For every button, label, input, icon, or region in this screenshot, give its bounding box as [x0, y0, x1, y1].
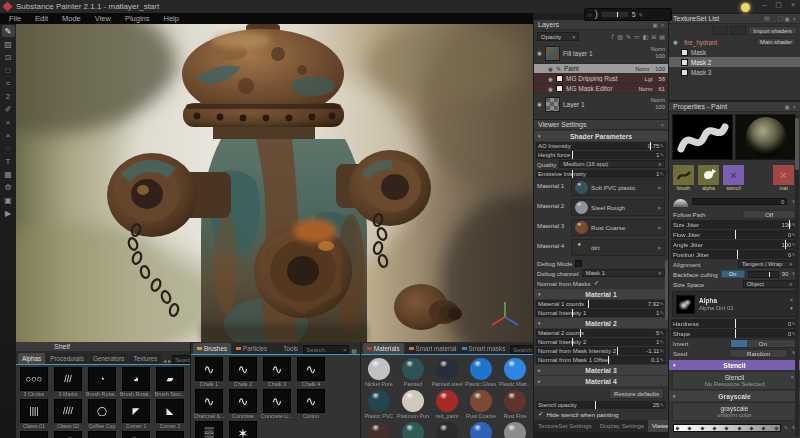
shelf-tab[interactable]: Generators [89, 353, 129, 364]
menu-item[interactable]: Edit [28, 14, 55, 23]
brush-resource-item[interactable]: ∿ Chalk 3 [261, 357, 293, 388]
material-slot[interactable]: Soft PVC plastic × [571, 179, 665, 196]
backface-angle-slider[interactable] [748, 271, 779, 278]
layer-thumbnail[interactable] [545, 46, 560, 61]
brush-hardness-preview[interactable] [673, 199, 688, 207]
dock-layout-icon[interactable]: ▤ [764, 14, 770, 21]
material-param-slider[interactable]: Normal from Mask 1 Offset 0.1✎ [536, 356, 666, 364]
material-resource-item[interactable]: Nickel Pure [363, 357, 395, 388]
material-resource-item[interactable]: Painted steel [431, 357, 463, 388]
material-slot[interactable]: Steel Rough × [571, 199, 665, 216]
debug-channel-dropdown[interactable]: Mask 1▾ [582, 269, 665, 277]
material-resource-item[interactable]: Rust Fine [499, 389, 531, 420]
edit-pencil-icon[interactable]: ✎ [639, 12, 644, 18]
follow-path-button[interactable]: Off [742, 210, 796, 219]
brushes-tab[interactable]: Particles [232, 343, 271, 354]
seed-random-button[interactable]: Random [729, 349, 789, 358]
stencil-opacity-slider[interactable]: Stencil opacity 25✎ [536, 401, 666, 409]
clear-resource-icon[interactable]: × [790, 297, 793, 303]
alpha-resource-item[interactable]: ◣ Corner 2 [154, 399, 186, 430]
import-shaders-button[interactable]: Import shaders [748, 26, 797, 35]
collapse-icon[interactable]: ▾ [790, 305, 793, 311]
material-param-slider[interactable]: Normal from Mask Intensity 2 -1.11✎ [536, 347, 666, 355]
search-input[interactable]: Search...× [172, 355, 190, 364]
delete-layer-icon[interactable]: ▤ [659, 33, 665, 40]
viewport-3d[interactable] [16, 24, 533, 342]
paint-tool[interactable]: ✎ [2, 25, 15, 37]
textureset-row-mask-3[interactable]: Mask 3 [669, 67, 800, 77]
material-resource-item[interactable] [431, 421, 463, 438]
material-resource-item[interactable]: Plastic PVC [363, 389, 395, 420]
material-picker-tool[interactable]: ✐ [2, 103, 15, 115]
grid-view-icon[interactable]: ▦ [351, 347, 357, 354]
shelf-tab[interactable]: Alphas [18, 353, 45, 364]
clear-material-icon[interactable]: × [657, 205, 661, 211]
textureset-row-fire-hydrant[interactable]: ◉ fire_hydrant Main shader [669, 37, 800, 47]
material-param-slider[interactable]: Normal Intensity 2 1✎ [536, 338, 666, 346]
alpha-resource-item[interactable]: ▰ Brush Stoc... [154, 367, 186, 398]
alpha-resource-item[interactable]: |||| Claws 01 [18, 399, 50, 430]
alpha-resource-item[interactable]: ◤ Corner 1 [120, 399, 152, 430]
visibility-eye-icon[interactable]: ◉ [548, 66, 556, 72]
close-icon[interactable]: × [661, 22, 664, 28]
brush-resource-item[interactable]: ∿ Concrete Li... [261, 389, 293, 420]
gradient-slider[interactable] [673, 424, 781, 432]
alpha-resource-item[interactable]: ▄ [18, 431, 50, 438]
alpha-slot[interactable]: alpha [697, 165, 720, 194]
brushes-tab[interactable]: Brushes [193, 343, 231, 354]
undock-icon[interactable]: ▣ [653, 22, 658, 28]
hardness-slider[interactable]: Hardness 0✎ [671, 319, 798, 328]
jitter-slider[interactable]: Size Jitter 130✎ [671, 220, 798, 229]
scroll-right-icon[interactable]: ▸ [168, 357, 171, 364]
brush-size-slider[interactable] [601, 11, 629, 18]
material-resource-item[interactable] [363, 421, 395, 438]
layer-thumbnail[interactable] [545, 97, 560, 112]
clear-material-icon[interactable]: × [657, 185, 661, 191]
visibility-eye-icon[interactable]: ◉ [537, 101, 545, 107]
alpha-resource-item[interactable]: ▞ [52, 431, 84, 438]
undock-icon[interactable]: ▣ [785, 16, 790, 22]
alpha-resource-item[interactable]: ▚ [120, 431, 152, 438]
material-param-slider[interactable]: Normal Intensity 1 1✎ [536, 309, 666, 317]
brush-size-slider[interactable]: 0 [692, 198, 787, 205]
hide-stencil-checkbox[interactable]: ✓ [538, 410, 543, 418]
grayscale-resource-box[interactable]: grayscale uniform color [672, 402, 797, 421]
visibility-eye-icon[interactable]: ◉ [537, 50, 545, 56]
layer-row-fill-layer-1[interactable]: ◉ Fill layer 1 Norm100 [534, 43, 668, 64]
brush-tip-icon[interactable]: ○ [588, 12, 592, 18]
close-icon[interactable]: × [791, 1, 795, 9]
menu-item[interactable]: Help [157, 14, 186, 23]
layer-row-paint[interactable]: ◉ ✎ Paint Norm100 [534, 64, 668, 74]
text-tool[interactable]: T [2, 155, 15, 167]
materials-tab[interactable]: Materials [363, 343, 404, 354]
close-icon[interactable]: × [661, 122, 664, 128]
jitter-slider[interactable]: Position Jitter 0✎ [671, 250, 798, 259]
material-resource-item[interactable] [397, 421, 429, 438]
alpha-resource-item[interactable]: ○○○ 3 Circles [18, 367, 50, 398]
mask-thumbnail[interactable] [556, 75, 563, 82]
add-folder-icon[interactable]: ▭ [634, 33, 640, 40]
undock-icon[interactable]: ▣ [785, 104, 790, 110]
brush-slot[interactable]: brush [672, 165, 695, 194]
material-param-slider[interactable]: Material 2 coords 5✎ [536, 329, 666, 337]
stencil-resource-box[interactable]: × Stencil No Resource Selected [672, 371, 797, 390]
add-effect-icon[interactable]: ƒ [611, 33, 614, 40]
menu-item[interactable]: Mode [55, 14, 88, 23]
viewport-render[interactable] [16, 24, 533, 342]
blend-mode-dropdown[interactable]: Opacity▾ [537, 32, 579, 41]
add-mask-icon[interactable]: ▥ [617, 33, 623, 40]
backface-culling-toggle[interactable]: On [721, 270, 745, 278]
maximize-icon[interactable]: ▢ [775, 1, 782, 9]
alignment-dropdown[interactable]: Tangent | Wrap▾ [738, 260, 796, 268]
edit-pencil-icon[interactable]: ✎ [784, 425, 789, 431]
alpha-resource-item[interactable]: ◕ Brush Rotat... [120, 367, 152, 398]
search-input[interactable]: Search...× [510, 345, 533, 354]
material-resource-item[interactable]: red_paint [431, 389, 463, 420]
menu-item[interactable]: View [88, 14, 118, 23]
material-slot[interactable]: dirt × [571, 239, 665, 256]
projection-tool[interactable]: ⊡ [2, 51, 15, 63]
settings-tab[interactable]: TextureSet Settings [534, 420, 596, 432]
material-resource-item[interactable]: Platinum Pure [397, 389, 429, 420]
textureset-tool-button[interactable] [730, 26, 746, 35]
quality-dropdown[interactable]: Medium (16 spp)▾ [559, 160, 665, 168]
